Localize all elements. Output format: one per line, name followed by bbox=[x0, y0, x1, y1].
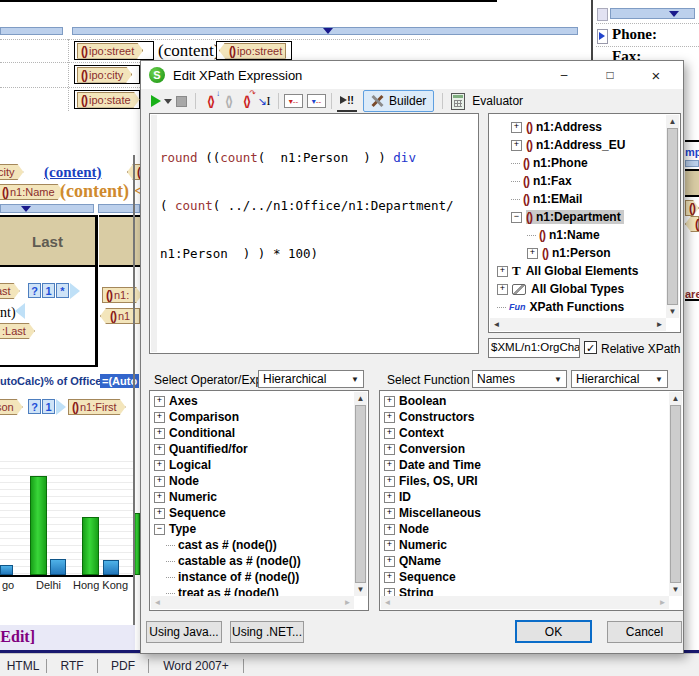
bar-chart[interactable] bbox=[0, 455, 133, 577]
context-path-field[interactable]: $XML/n1:OrgChar bbox=[488, 338, 580, 358]
tag-n1-name[interactable]: ()n1:Name bbox=[0, 184, 64, 200]
tab-word2007[interactable]: Word 2007+ bbox=[149, 659, 243, 673]
schema-tree-vertical-scrollbar[interactable]: ▲ ▼ bbox=[666, 115, 679, 318]
scroll-down-icon[interactable]: ▼ bbox=[666, 305, 679, 318]
function-item-sequence[interactable]: +Sequence bbox=[380, 569, 669, 585]
operator-item-type[interactable]: −Type bbox=[150, 521, 354, 537]
tree-item-all-global-types[interactable]: +All Global Types bbox=[489, 280, 666, 298]
row-handle[interactable] bbox=[597, 8, 608, 21]
tree-item-n1-name[interactable]: ()n1:Name bbox=[489, 226, 666, 244]
scroll-right-icon[interactable]: ► bbox=[653, 318, 666, 331]
tab-html[interactable]: HTML bbox=[0, 659, 46, 673]
tag-n1-first[interactable]: ()n1:First bbox=[68, 399, 126, 415]
tag-last-close-fragment[interactable]: :Last bbox=[0, 323, 35, 339]
function-item-files-os-uri[interactable]: +Files, OS, URI bbox=[380, 473, 669, 489]
edit-link[interactable]: [Edit] bbox=[0, 628, 35, 646]
tag-ipo-street-open[interactable]: ()ipo:street bbox=[77, 43, 143, 59]
step-out-icon[interactable]: ⟨⟩↷ bbox=[237, 91, 255, 111]
insert-breakpoint-icon[interactable]: ▾-- bbox=[284, 94, 303, 108]
content-link[interactable]: (content) bbox=[44, 164, 101, 181]
row-expand-icon[interactable] bbox=[597, 29, 608, 44]
operator-item-node[interactable]: +Node bbox=[150, 473, 354, 489]
column-selector-bar[interactable] bbox=[0, 27, 63, 35]
maximize-button[interactable]: □ bbox=[587, 61, 633, 89]
builder-toggle-button[interactable]: Builder bbox=[363, 90, 434, 112]
tree-item-n1-person[interactable]: +()n1:Person bbox=[489, 244, 666, 262]
occurrence-one-badge[interactable]: 1 bbox=[42, 399, 55, 414]
evaluate-play-button[interactable] bbox=[151, 91, 172, 111]
tree-item-all-global-elements[interactable]: +TAll Global Elements bbox=[489, 262, 666, 280]
function-item-id[interactable]: +ID bbox=[380, 489, 669, 505]
close-button[interactable]: × bbox=[633, 61, 679, 89]
operator-horizontal-scrollbar[interactable]: ◄ ► bbox=[151, 596, 354, 609]
tree-item-n1-address[interactable]: +()n1:Address bbox=[489, 118, 666, 136]
step-into-icon[interactable]: ⟨⟩↓ bbox=[201, 91, 219, 111]
operator-vertical-scrollbar[interactable]: ▲ ▼ bbox=[354, 392, 367, 596]
scroll-up-icon[interactable]: ▲ bbox=[669, 392, 682, 405]
operator-item-quantified[interactable]: +Quantified/for bbox=[150, 441, 354, 457]
cancel-button[interactable]: Cancel bbox=[607, 621, 682, 643]
operator-item-castable-as[interactable]: castable as # (node()) bbox=[150, 553, 354, 569]
using-java-button[interactable]: Using Java... bbox=[146, 621, 222, 643]
operator-item-instance-of[interactable]: instance of # (node()) bbox=[150, 569, 354, 585]
function-item-node[interactable]: +Node bbox=[380, 521, 669, 537]
ok-button[interactable]: OK bbox=[515, 620, 592, 643]
operator-view-dropdown[interactable]: Hierarchical▼ bbox=[258, 370, 364, 388]
column-selector-bar[interactable] bbox=[610, 8, 695, 19]
function-names-dropdown[interactable]: Names▼ bbox=[472, 370, 567, 388]
tree-item-n1-phone[interactable]: ()n1:Phone bbox=[489, 154, 666, 172]
tree-item-xpath-functions[interactable]: FunXPath Functions bbox=[489, 298, 666, 316]
tree-item-n1-address-eu[interactable]: +()n1:Address_EU bbox=[489, 136, 666, 154]
function-item-boolean[interactable]: +Boolean bbox=[380, 393, 669, 409]
minimize-button[interactable]: – bbox=[541, 61, 587, 89]
operator-item-logical[interactable]: +Logical bbox=[150, 457, 354, 473]
table-header-last[interactable]: Last bbox=[0, 215, 95, 267]
content-placeholder[interactable]: (content) bbox=[158, 41, 219, 61]
occurrence-many-badge[interactable]: * bbox=[56, 283, 69, 298]
operator-item-sequence[interactable]: +Sequence bbox=[150, 505, 354, 521]
content-placeholder[interactable]: (content) bbox=[60, 181, 129, 202]
function-item-conversion[interactable]: +Conversion bbox=[380, 441, 669, 457]
occurrence-optional-badge[interactable]: ? bbox=[28, 399, 41, 414]
function-item-numeric[interactable]: +Numeric bbox=[380, 537, 669, 553]
column-selector-bar[interactable] bbox=[72, 27, 578, 35]
tag-last-fragment[interactable]: ast bbox=[0, 283, 20, 299]
function-item-date-time[interactable]: +Date and Time bbox=[380, 457, 669, 473]
function-item-qname[interactable]: +QName bbox=[380, 553, 669, 569]
occurrence-optional-badge[interactable]: ? bbox=[28, 283, 41, 298]
occurrence-one-badge[interactable]: 1 bbox=[42, 283, 55, 298]
function-item-miscellaneous[interactable]: +Miscellaneous bbox=[380, 505, 669, 521]
insert-tracepoint-icon[interactable]: ▾-- bbox=[307, 94, 326, 108]
step-current-icon[interactable]: ↘I bbox=[255, 91, 273, 111]
pane-divider[interactable] bbox=[591, 0, 593, 60]
evaluate-on-typing-icon[interactable]: !! bbox=[337, 90, 357, 112]
xpath-expression-editor[interactable]: round ((count( n1:Person ) ) div ( count… bbox=[149, 113, 479, 354]
using-dotnet-button[interactable]: Using .NET... bbox=[230, 621, 304, 643]
operator-item-cast-as[interactable]: cast as # (node()) bbox=[150, 537, 354, 553]
function-item-context[interactable]: +Context bbox=[380, 425, 669, 441]
function-item-constructors[interactable]: +Constructors bbox=[380, 409, 669, 425]
operator-item-axes[interactable]: +Axes bbox=[150, 393, 354, 409]
function-view-dropdown[interactable]: Hierarchical▼ bbox=[571, 370, 668, 388]
tag-person-fragment[interactable]: son bbox=[0, 399, 23, 415]
operator-item-numeric[interactable]: +Numeric bbox=[150, 489, 354, 505]
column-selector-bar[interactable] bbox=[0, 204, 94, 213]
scroll-left-icon[interactable]: ◄ bbox=[490, 318, 503, 331]
tag-city-fragment[interactable]: city bbox=[0, 164, 24, 180]
tree-item-n1-department[interactable]: −()n1:Department bbox=[489, 208, 666, 226]
operator-item-conditional[interactable]: +Conditional bbox=[150, 425, 354, 441]
scroll-up-icon[interactable]: ▲ bbox=[666, 115, 679, 128]
tag-ipo-state[interactable]: ()ipo:state bbox=[77, 92, 140, 108]
tag-ipo-street-close[interactable]: ()ipo:street bbox=[219, 43, 286, 59]
schema-tree-horizontal-scrollbar[interactable]: ◄ ► bbox=[490, 318, 666, 331]
scroll-down-icon[interactable]: ▼ bbox=[669, 583, 682, 596]
evaluator-button[interactable]: Evaluator bbox=[451, 91, 523, 111]
function-vertical-scrollbar[interactable]: ▲ ▼ bbox=[669, 392, 682, 596]
stop-button[interactable] bbox=[172, 91, 190, 111]
operator-item-comparison[interactable]: +Comparison bbox=[150, 409, 354, 425]
function-horizontal-scrollbar[interactable]: ◄ ► bbox=[381, 596, 669, 609]
scroll-up-icon[interactable]: ▲ bbox=[354, 392, 367, 405]
tag-n1-fragment[interactable]: ()n1: bbox=[102, 287, 142, 303]
scroll-down-icon[interactable]: ▼ bbox=[354, 583, 367, 596]
tree-item-n1-email[interactable]: ()n1:EMail bbox=[489, 190, 666, 208]
